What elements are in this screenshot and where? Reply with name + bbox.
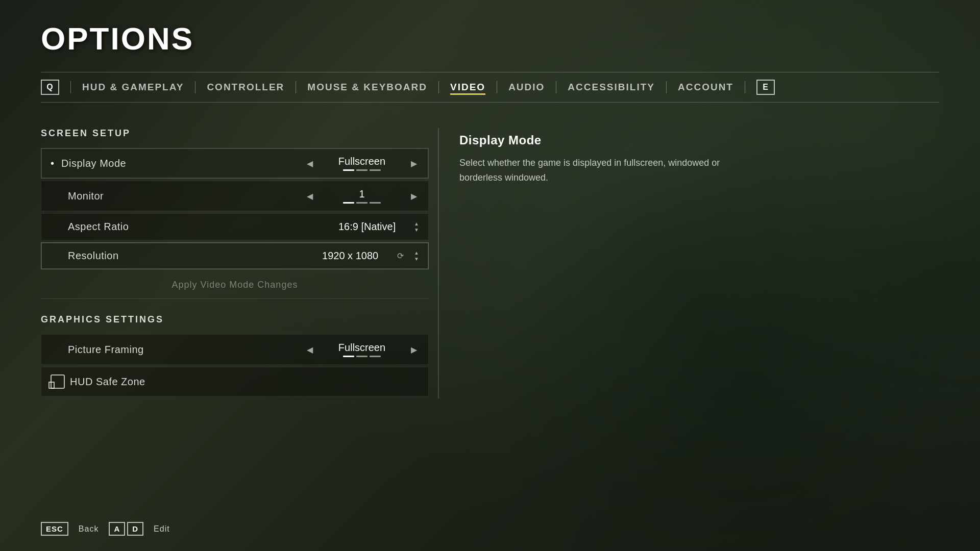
picture-framing-value: Fullscreen: [321, 342, 403, 354]
slider-dot-1: [343, 169, 354, 171]
resolution-label: Resolution: [68, 250, 309, 262]
resolution-value: 980 x 551: [309, 250, 391, 262]
prev-key[interactable]: Q: [41, 80, 59, 95]
display-mode-row[interactable]: • Display Mode ◀ Fullscreen ▶: [41, 148, 429, 179]
nav-divider-right: [745, 81, 745, 93]
a-key[interactable]: A: [109, 522, 125, 536]
info-panel-description: Select whether the game is displayed in …: [459, 156, 735, 185]
resolution-dropdown[interactable]: ▲ ▼: [414, 251, 419, 262]
pf-dot-1: [343, 356, 354, 357]
nav-item-accessibility[interactable]: ACCESSIBILITY: [568, 80, 655, 95]
monitor-value: 1: [321, 188, 403, 200]
picture-framing-prev[interactable]: ◀: [305, 343, 315, 357]
picture-framing-label: Picture Framing: [68, 344, 305, 356]
main-area: SCREEN SETUP • Display Mode ◀ Fullscreen: [41, 128, 939, 398]
pf-dot-3: [370, 356, 381, 357]
nav-divider-3: [438, 81, 439, 93]
display-mode-value: Fullscreen: [321, 156, 403, 167]
monitor-prev[interactable]: ◀: [305, 189, 315, 203]
display-mode-prev[interactable]: ◀: [305, 157, 315, 170]
nav-item-mouse-keyboard[interactable]: MOUSE & KEYBOARD: [307, 80, 427, 95]
aspect-ratio-up-arrow: ▲: [414, 221, 419, 227]
monitor-value-container: 1: [321, 188, 403, 204]
pf-dot-2: [356, 356, 368, 357]
nav-divider-4: [497, 81, 497, 93]
picture-framing-next[interactable]: ▶: [409, 343, 419, 357]
picture-framing-value-area: ◀ Fullscreen ▶: [305, 342, 419, 357]
next-key[interactable]: E: [756, 80, 775, 95]
picture-framing-row[interactable]: Picture Framing ◀ Fullscreen ▶: [41, 334, 429, 365]
display-mode-slider: [343, 169, 381, 171]
nav-divider-left: [70, 81, 71, 93]
slider-dot-2: [356, 169, 368, 171]
hud-safe-zone-row[interactable]: HUD Safe Zone: [41, 367, 429, 396]
right-panel: Display Mode Select whether the game is …: [459, 128, 939, 398]
nav-item-controller[interactable]: CONTROLLER: [207, 80, 284, 95]
esc-key[interactable]: ESC: [41, 522, 68, 536]
apply-video-mode-button[interactable]: Apply Video Mode Changes: [172, 280, 298, 290]
slider-dot-3: [370, 169, 381, 171]
hud-safe-zone-icon: [51, 374, 65, 389]
page-title: OPTIONS: [41, 20, 939, 57]
graphics-settings-title: GRAPHICS SETTINGS: [41, 314, 429, 325]
display-mode-next[interactable]: ▶: [409, 157, 419, 170]
monitor-slider: [343, 202, 381, 204]
nav-divider-6: [666, 81, 667, 93]
monitor-dot-2: [356, 202, 368, 204]
display-mode-label: Display Mode: [61, 158, 305, 169]
back-label: Back: [79, 524, 99, 534]
aspect-ratio-value-area: 16:9 [Native] ▲ ▼: [326, 221, 419, 233]
edit-label: Edit: [154, 524, 170, 534]
resolution-down-arrow: ▼: [414, 257, 419, 262]
aspect-ratio-row[interactable]: Aspect Ratio 16:9 [Native] ▲ ▼: [41, 213, 429, 240]
display-mode-value-container: Fullscreen: [321, 156, 403, 171]
nav-item-audio[interactable]: AUDIO: [508, 80, 545, 95]
nav-divider-5: [556, 81, 556, 93]
navigation-bar: Q HUD & GAMEPLAY CONTROLLER MOUSE & KEYB…: [41, 72, 939, 103]
apply-btn-row: Apply Video Mode Changes: [41, 271, 429, 299]
info-panel-title: Display Mode: [459, 133, 939, 147]
monitor-label: Monitor: [68, 190, 305, 202]
nav-item-hud-gameplay[interactable]: HUD & GAMEPLAY: [82, 80, 184, 95]
active-bullet: •: [51, 158, 54, 169]
nav-item-account[interactable]: ACCOUNT: [678, 80, 733, 95]
left-panel: SCREEN SETUP • Display Mode ◀ Fullscreen: [41, 128, 429, 398]
screen-setup-title: SCREEN SETUP: [41, 128, 429, 139]
picture-framing-slider: [343, 356, 381, 357]
nav-item-video[interactable]: VIDEO: [450, 80, 485, 95]
display-mode-value-area: ◀ Fullscreen ▶: [305, 156, 419, 171]
edit-key-pair: A D: [109, 522, 143, 536]
nav-divider-1: [195, 81, 195, 93]
monitor-next[interactable]: ▶: [409, 189, 419, 203]
hud-safe-zone-label: HUD Safe Zone: [70, 376, 419, 388]
panel-divider: [438, 128, 439, 398]
aspect-ratio-dropdown[interactable]: ▲ ▼: [414, 221, 419, 233]
aspect-ratio-value: 16:9 [Native]: [326, 221, 408, 233]
resolution-icon: ⟳: [397, 251, 404, 261]
monitor-dot-1: [343, 202, 354, 204]
monitor-dot-3: [370, 202, 381, 204]
d-key[interactable]: D: [127, 522, 143, 536]
resolution-row[interactable]: Resolution 980 x 551 ⟳ ▲ ▼: [41, 242, 429, 269]
bottom-bar: ESC Back A D Edit: [41, 522, 170, 536]
picture-framing-value-container: Fullscreen: [321, 342, 403, 357]
aspect-ratio-down-arrow: ▼: [414, 228, 419, 233]
aspect-ratio-label: Aspect Ratio: [68, 221, 326, 233]
monitor-value-area: ◀ 1 ▶: [305, 188, 419, 204]
resolution-value-area: 980 x 551 ⟳ ▲ ▼: [309, 250, 419, 262]
nav-divider-2: [296, 81, 296, 93]
monitor-row[interactable]: Monitor ◀ 1 ▶: [41, 181, 429, 211]
resolution-up-arrow: ▲: [414, 251, 419, 256]
